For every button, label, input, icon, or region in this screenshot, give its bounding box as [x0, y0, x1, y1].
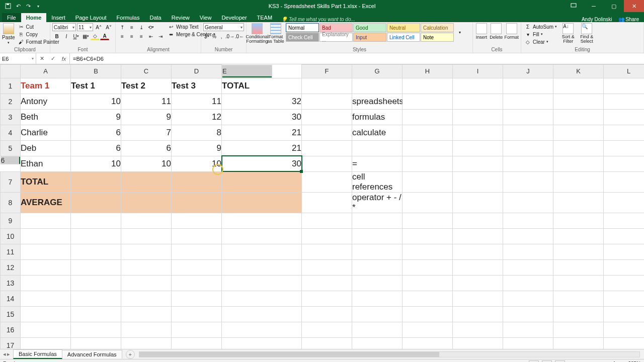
decrease-decimal-icon[interactable]: .0←: [235, 32, 244, 40]
cell-D2[interactable]: 11: [172, 94, 222, 109]
cell-E17[interactable]: [222, 337, 302, 349]
cell-F8[interactable]: [302, 192, 352, 213]
cell-H15[interactable]: [403, 306, 453, 322]
cell-L2[interactable]: [604, 94, 645, 109]
format-as-table-button[interactable]: Format as Table: [267, 23, 284, 44]
cell-I16[interactable]: [453, 322, 503, 337]
cell-D8[interactable]: [172, 192, 222, 213]
cell-D14[interactable]: [172, 291, 222, 306]
cell-A6[interactable]: Ethan: [21, 156, 71, 171]
cell-J5[interactable]: [503, 140, 553, 156]
cell-I9[interactable]: [453, 213, 503, 228]
cell-J7[interactable]: [503, 171, 553, 192]
cell-F11[interactable]: [302, 244, 352, 259]
column-header[interactable]: B: [71, 65, 121, 78]
cell-K9[interactable]: [553, 213, 604, 228]
cell-G2[interactable]: spreadsheets: [352, 94, 403, 109]
column-header[interactable]: K: [553, 65, 604, 78]
cell-A5[interactable]: Deb: [21, 140, 71, 156]
cell-E15[interactable]: [222, 306, 302, 322]
cell-J16[interactable]: [503, 322, 553, 337]
cell-I12[interactable]: [453, 259, 503, 275]
minimize-icon[interactable]: ─: [584, 0, 604, 12]
column-header[interactable]: C: [121, 65, 172, 78]
cell-I2[interactable]: [453, 94, 503, 109]
cell-styles-gallery[interactable]: NormalBadGoodNeutralCalculationCheck Cel…: [286, 23, 454, 42]
row-header[interactable]: 11: [1, 244, 21, 259]
row-header[interactable]: 6: [1, 156, 21, 164]
cell-A3[interactable]: Beth: [21, 109, 71, 125]
cell-L9[interactable]: [604, 213, 645, 228]
cell-H5[interactable]: [403, 140, 453, 156]
cell-H13[interactable]: [403, 275, 453, 291]
cell-G7[interactable]: cell references: [352, 171, 403, 192]
cell-F9[interactable]: [302, 213, 352, 228]
cell-F1[interactable]: [302, 78, 352, 94]
cell-C13[interactable]: [121, 275, 172, 291]
cell-K3[interactable]: [553, 109, 604, 125]
cell-A7[interactable]: TOTAL: [21, 171, 71, 192]
cell-L3[interactable]: [604, 109, 645, 125]
accounting-format-icon[interactable]: $▾: [203, 32, 210, 40]
cell-A12[interactable]: [21, 259, 71, 275]
cell-L5[interactable]: [604, 140, 645, 156]
cell-F17[interactable]: [302, 337, 352, 349]
cell-H11[interactable]: [403, 244, 453, 259]
find-select-button[interactable]: 🔍Find & Select: [578, 23, 595, 44]
cell-D13[interactable]: [172, 275, 222, 291]
row-header[interactable]: 2: [1, 94, 21, 109]
cell-I8[interactable]: [453, 192, 503, 213]
cell-L15[interactable]: [604, 306, 645, 322]
cell-C6[interactable]: 10: [121, 156, 172, 171]
row-header[interactable]: 4: [1, 125, 21, 140]
cell-B11[interactable]: [71, 244, 121, 259]
row-header[interactable]: 12: [1, 259, 21, 275]
cell-D11[interactable]: [172, 244, 222, 259]
cell-H1[interactable]: [403, 78, 453, 94]
cell-A2[interactable]: Antony: [21, 94, 71, 109]
cell-A15[interactable]: [21, 306, 71, 322]
cell-E16[interactable]: [222, 322, 302, 337]
cell-B17[interactable]: [71, 337, 121, 349]
cell-J12[interactable]: [503, 259, 553, 275]
tell-me[interactable]: 💡 Tell me what you want to do...: [281, 17, 355, 22]
cell-B6[interactable]: 10: [71, 156, 121, 171]
conditional-formatting-button[interactable]: Conditional Formatting: [249, 23, 266, 44]
cell-E3[interactable]: 30: [222, 109, 302, 125]
cell-F16[interactable]: [302, 322, 352, 337]
align-middle-icon[interactable]: ≡: [127, 23, 136, 31]
column-header[interactable]: E: [222, 65, 272, 78]
cell-A4[interactable]: Charlie: [21, 125, 71, 140]
row-header[interactable]: 15: [1, 306, 21, 322]
tab-developer[interactable]: Developer: [216, 13, 252, 22]
cell-I13[interactable]: [453, 275, 503, 291]
cell-I5[interactable]: [453, 140, 503, 156]
tab-view[interactable]: View: [195, 13, 217, 22]
column-header[interactable]: I: [453, 65, 503, 78]
cell-K4[interactable]: [553, 125, 604, 140]
cell-D4[interactable]: 8: [172, 125, 222, 140]
style-swatch[interactable]: Calculation: [421, 23, 454, 32]
tab-home[interactable]: Home: [21, 13, 47, 22]
sort-filter-button[interactable]: A↓Sort & Filter: [559, 23, 577, 44]
row-header[interactable]: 13: [1, 275, 21, 291]
row-header[interactable]: 14: [1, 291, 21, 306]
grow-font-icon[interactable]: A˄: [94, 23, 103, 31]
increase-decimal-icon[interactable]: .0→: [225, 32, 234, 40]
cell-H7[interactable]: [403, 171, 453, 192]
cell-C16[interactable]: [121, 322, 172, 337]
cell-H16[interactable]: [403, 322, 453, 337]
cell-C2[interactable]: 11: [121, 94, 172, 109]
cell-I14[interactable]: [453, 291, 503, 306]
cell-B8[interactable]: [71, 192, 121, 213]
cell-A10[interactable]: [21, 228, 71, 244]
cell-F3[interactable]: [302, 109, 352, 125]
cell-K17[interactable]: [553, 337, 604, 349]
cell-E6[interactable]: 30: [222, 156, 302, 171]
sheet-nav-last-icon[interactable]: ▸: [7, 351, 10, 357]
cell-F4[interactable]: [302, 125, 352, 140]
cell-L4[interactable]: [604, 125, 645, 140]
cell-I7[interactable]: [453, 171, 503, 192]
cell-F2[interactable]: [302, 94, 352, 109]
cell-B12[interactable]: [71, 259, 121, 275]
